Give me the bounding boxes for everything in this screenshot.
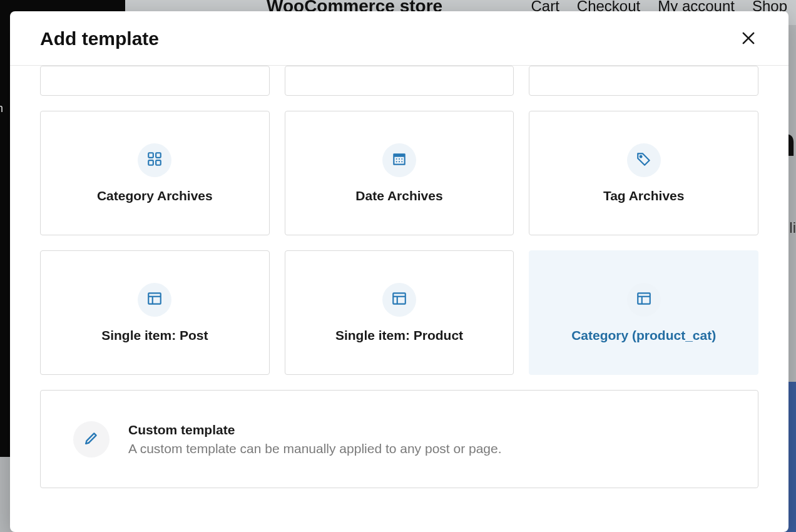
svg-rect-21 bbox=[638, 293, 650, 304]
template-card-custom[interactable]: Custom template A custom template can be… bbox=[40, 390, 758, 488]
template-card-single-post[interactable]: Single item: Post bbox=[40, 250, 270, 375]
svg-rect-7 bbox=[394, 156, 404, 163]
svg-rect-15 bbox=[149, 293, 161, 304]
layout-icon bbox=[391, 290, 407, 309]
grid-icon bbox=[146, 151, 163, 170]
card-title: Date Archives bbox=[355, 188, 442, 203]
svg-point-11 bbox=[396, 161, 397, 162]
layout-icon bbox=[636, 290, 652, 309]
bg-right-partial-text: li bbox=[789, 219, 796, 237]
template-card-category-product-cat[interactable]: Category (product_cat) bbox=[529, 250, 758, 375]
svg-rect-4 bbox=[149, 160, 154, 165]
template-grid-row-1: Category Archives bbox=[40, 111, 758, 235]
template-card-truncated-2[interactable] bbox=[285, 66, 514, 96]
category-archives-icon-bubble bbox=[138, 143, 171, 177]
template-grid-row-truncated bbox=[40, 66, 758, 96]
template-card-truncated-3[interactable] bbox=[529, 66, 758, 96]
single-post-icon-bubble bbox=[138, 283, 171, 317]
close-button[interactable] bbox=[737, 28, 760, 50]
template-grid-row-2: Single item: Post Single item: Product bbox=[40, 250, 758, 375]
svg-point-9 bbox=[399, 158, 400, 159]
custom-template-description: A custom template can be manually applie… bbox=[128, 441, 502, 456]
tag-icon bbox=[636, 151, 652, 170]
template-card-date-archives[interactable]: Date Archives bbox=[285, 111, 514, 235]
custom-template-text: Custom template A custom template can be… bbox=[128, 422, 502, 456]
template-card-category-archives[interactable]: Category Archives bbox=[40, 111, 270, 235]
svg-rect-18 bbox=[393, 293, 406, 304]
modal-header: Add template bbox=[10, 11, 788, 66]
modal-title: Add template bbox=[40, 28, 159, 49]
svg-line-24 bbox=[86, 442, 88, 443]
date-archives-icon-bubble bbox=[382, 143, 416, 177]
svg-rect-5 bbox=[156, 160, 161, 165]
category-product-cat-icon-bubble bbox=[627, 283, 661, 317]
custom-template-icon-bubble bbox=[73, 421, 110, 458]
svg-point-13 bbox=[401, 161, 402, 162]
tag-archives-icon-bubble bbox=[627, 143, 661, 177]
svg-point-10 bbox=[401, 158, 402, 159]
template-card-truncated-1[interactable] bbox=[40, 66, 270, 96]
svg-point-8 bbox=[396, 158, 397, 159]
pencil-icon bbox=[83, 430, 100, 449]
custom-template-title: Custom template bbox=[128, 422, 502, 437]
add-template-modal: Add template bbox=[10, 11, 788, 532]
card-title: Tag Archives bbox=[603, 188, 685, 203]
template-card-single-product[interactable]: Single item: Product bbox=[285, 250, 514, 375]
card-title: Category (product_cat) bbox=[571, 328, 716, 343]
template-card-tag-archives[interactable]: Tag Archives bbox=[529, 111, 758, 235]
svg-rect-3 bbox=[156, 153, 161, 158]
modal-body: Category Archives bbox=[10, 66, 788, 532]
single-product-icon-bubble bbox=[382, 283, 416, 317]
close-icon bbox=[740, 29, 757, 49]
card-title: Single item: Product bbox=[335, 328, 463, 343]
svg-point-12 bbox=[399, 161, 400, 162]
card-title: Single item: Post bbox=[101, 328, 208, 343]
svg-point-14 bbox=[640, 155, 641, 157]
layout-icon bbox=[146, 290, 163, 309]
svg-rect-2 bbox=[149, 153, 154, 158]
card-title: Category Archives bbox=[97, 188, 213, 203]
calendar-icon bbox=[391, 151, 407, 170]
sidebar-partial-text: th bbox=[0, 102, 3, 115]
